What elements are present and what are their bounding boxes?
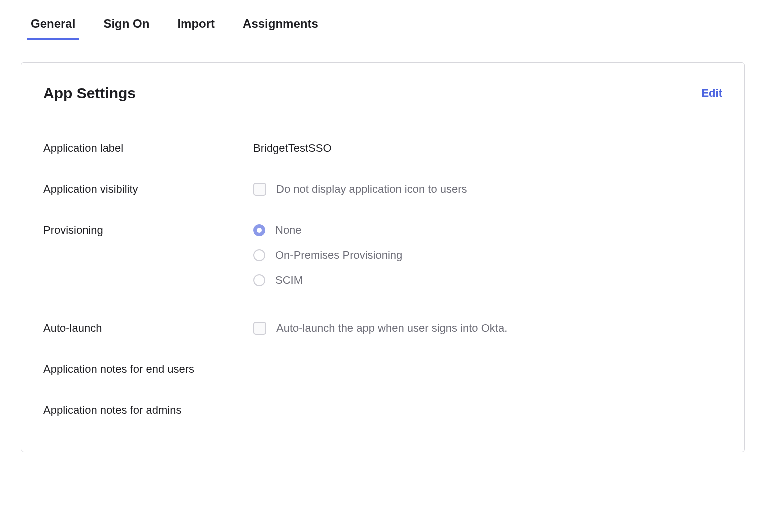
tab-assignments[interactable]: Assignments (243, 10, 318, 40)
provisioning-radio-none-label: None (276, 224, 302, 237)
visibility-checkbox-label: Do not display application icon to users (276, 183, 468, 196)
application-label-label: Application label (44, 142, 254, 155)
tab-import[interactable]: Import (178, 10, 215, 40)
auto-launch-checkbox-label: Auto-launch the app when user signs into… (276, 322, 508, 335)
edit-button[interactable]: Edit (702, 87, 722, 100)
application-visibility-label: Application visibility (44, 183, 254, 196)
provisioning-radio-scim-label: SCIM (276, 274, 303, 287)
notes-end-users-label: Application notes for end users (44, 363, 254, 376)
provisioning-radio-onprem-label: On-Premises Provisioning (276, 249, 402, 262)
app-settings-panel: App Settings Edit Application label Brid… (21, 62, 745, 452)
panel-title: App Settings (44, 85, 136, 102)
auto-launch-label: Auto-launch (44, 322, 254, 335)
visibility-checkbox[interactable] (254, 183, 266, 196)
provisioning-radio-onprem[interactable] (254, 250, 266, 262)
provisioning-radio-none[interactable] (254, 224, 266, 236)
provisioning-label: Provisioning (44, 224, 254, 237)
tab-general[interactable]: General (31, 10, 76, 40)
application-label-value: BridgetTestSSO (254, 142, 332, 155)
tab-bar: General Sign On Import Assignments (0, 10, 766, 40)
tab-sign-on[interactable]: Sign On (104, 10, 150, 40)
auto-launch-checkbox[interactable] (254, 322, 266, 335)
notes-admins-label: Application notes for admins (44, 404, 254, 417)
provisioning-radio-scim[interactable] (254, 274, 266, 286)
